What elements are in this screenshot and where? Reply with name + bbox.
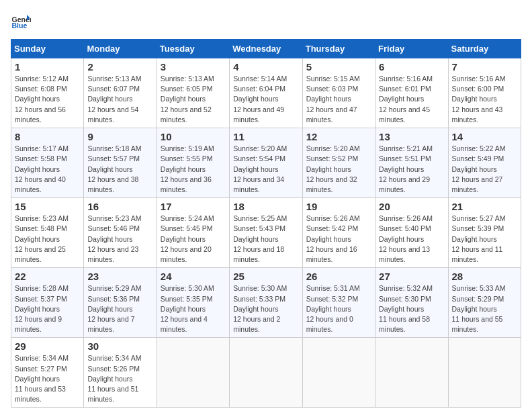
day-number: 11 xyxy=(233,131,298,142)
calendar-day-cell: 27Sunrise: 5:32 AMSunset: 5:30 PMDayligh… xyxy=(375,268,448,338)
calendar-week-row: 1Sunrise: 5:12 AMSunset: 6:08 PMDaylight… xyxy=(11,58,521,128)
day-info: Sunrise: 5:30 AMSunset: 5:33 PMDaylight … xyxy=(233,283,298,334)
calendar-day-cell: 24Sunrise: 5:30 AMSunset: 5:35 PMDayligh… xyxy=(157,268,229,338)
weekday-header: Wednesday xyxy=(230,40,302,58)
calendar-day-cell: 21Sunrise: 5:27 AMSunset: 5:39 PMDayligh… xyxy=(448,198,521,268)
calendar-day-cell: 30Sunrise: 5:34 AMSunset: 5:26 PMDayligh… xyxy=(84,338,157,408)
day-number: 19 xyxy=(306,201,371,212)
day-info: Sunrise: 5:23 AMSunset: 5:46 PMDaylight … xyxy=(87,214,152,265)
day-info: Sunrise: 5:27 AMSunset: 5:39 PMDaylight … xyxy=(452,214,517,265)
calendar-day-cell: 22Sunrise: 5:28 AMSunset: 5:37 PMDayligh… xyxy=(11,268,84,338)
day-number: 8 xyxy=(15,131,80,142)
calendar-day-cell: 13Sunrise: 5:21 AMSunset: 5:51 PMDayligh… xyxy=(375,128,448,198)
calendar-day-cell: 14Sunrise: 5:22 AMSunset: 5:49 PMDayligh… xyxy=(448,128,521,198)
day-info: Sunrise: 5:28 AMSunset: 5:37 PMDaylight … xyxy=(15,283,80,334)
day-number: 20 xyxy=(379,201,444,212)
weekday-header: Friday xyxy=(375,40,448,58)
day-number: 9 xyxy=(87,131,152,142)
calendar-day-cell: 4Sunrise: 5:14 AMSunset: 6:04 PMDaylight… xyxy=(230,58,302,128)
calendar-day-cell xyxy=(375,338,448,408)
day-info: Sunrise: 5:29 AMSunset: 5:36 PMDaylight … xyxy=(87,283,152,334)
day-number: 6 xyxy=(379,61,444,73)
day-number: 23 xyxy=(87,271,152,282)
day-number: 3 xyxy=(161,61,226,73)
day-number: 1 xyxy=(15,61,80,73)
calendar-day-cell: 18Sunrise: 5:25 AMSunset: 5:43 PMDayligh… xyxy=(230,198,302,268)
day-number: 28 xyxy=(452,271,517,282)
day-info: Sunrise: 5:16 AMSunset: 6:00 PMDaylight … xyxy=(452,74,517,125)
calendar-day-cell: 2Sunrise: 5:13 AMSunset: 6:07 PMDaylight… xyxy=(84,58,157,128)
day-info: Sunrise: 5:26 AMSunset: 5:42 PMDaylight … xyxy=(306,214,371,265)
day-number: 14 xyxy=(452,131,517,142)
calendar-day-cell: 25Sunrise: 5:30 AMSunset: 5:33 PMDayligh… xyxy=(230,268,302,338)
calendar-day-cell: 11Sunrise: 5:20 AMSunset: 5:54 PMDayligh… xyxy=(230,128,302,198)
calendar-day-cell: 20Sunrise: 5:26 AMSunset: 5:40 PMDayligh… xyxy=(375,198,448,268)
weekday-header: Monday xyxy=(84,40,157,58)
calendar-day-cell xyxy=(448,338,521,408)
day-number: 25 xyxy=(233,271,298,282)
day-info: Sunrise: 5:13 AMSunset: 6:05 PMDaylight … xyxy=(161,74,226,125)
day-info: Sunrise: 5:30 AMSunset: 5:35 PMDaylight … xyxy=(161,283,226,334)
calendar-day-cell: 1Sunrise: 5:12 AMSunset: 6:08 PMDaylight… xyxy=(11,58,84,128)
day-info: Sunrise: 5:13 AMSunset: 6:07 PMDaylight … xyxy=(87,74,152,125)
calendar-day-cell: 15Sunrise: 5:23 AMSunset: 5:48 PMDayligh… xyxy=(11,198,84,268)
calendar-day-cell: 9Sunrise: 5:18 AMSunset: 5:57 PMDaylight… xyxy=(84,128,157,198)
day-info: Sunrise: 5:31 AMSunset: 5:32 PMDaylight … xyxy=(306,283,371,334)
calendar-day-cell: 10Sunrise: 5:19 AMSunset: 5:55 PMDayligh… xyxy=(157,128,229,198)
weekday-header-row: SundayMondayTuesdayWednesdayThursdayFrid… xyxy=(11,40,521,58)
weekday-header: Sunday xyxy=(11,40,84,58)
calendar-table: SundayMondayTuesdayWednesdayThursdayFrid… xyxy=(11,39,521,408)
calendar-day-cell: 7Sunrise: 5:16 AMSunset: 6:00 PMDaylight… xyxy=(448,58,521,128)
calendar-week-row: 22Sunrise: 5:28 AMSunset: 5:37 PMDayligh… xyxy=(11,268,521,338)
day-info: Sunrise: 5:23 AMSunset: 5:48 PMDaylight … xyxy=(15,214,80,265)
day-info: Sunrise: 5:26 AMSunset: 5:40 PMDaylight … xyxy=(379,214,444,265)
calendar-day-cell: 17Sunrise: 5:24 AMSunset: 5:45 PMDayligh… xyxy=(157,198,229,268)
day-info: Sunrise: 5:34 AMSunset: 5:26 PMDaylight … xyxy=(87,353,152,404)
calendar-day-cell xyxy=(302,338,375,408)
day-number: 10 xyxy=(161,131,226,142)
day-number: 18 xyxy=(233,201,298,212)
day-number: 13 xyxy=(379,131,444,142)
day-info: Sunrise: 5:20 AMSunset: 5:54 PMDaylight … xyxy=(233,144,298,195)
day-number: 30 xyxy=(87,340,152,352)
day-number: 21 xyxy=(452,201,517,212)
calendar-day-cell: 12Sunrise: 5:20 AMSunset: 5:52 PMDayligh… xyxy=(302,128,375,198)
svg-text:Blue: Blue xyxy=(12,21,28,30)
page-header: General Blue xyxy=(11,11,521,31)
day-number: 5 xyxy=(306,61,371,73)
day-info: Sunrise: 5:18 AMSunset: 5:57 PMDaylight … xyxy=(87,144,152,195)
day-info: Sunrise: 5:33 AMSunset: 5:29 PMDaylight … xyxy=(452,283,517,334)
weekday-header: Thursday xyxy=(302,40,375,58)
calendar-day-cell: 23Sunrise: 5:29 AMSunset: 5:36 PMDayligh… xyxy=(84,268,157,338)
calendar-week-row: 29Sunrise: 5:34 AMSunset: 5:27 PMDayligh… xyxy=(11,338,521,408)
calendar-day-cell: 3Sunrise: 5:13 AMSunset: 6:05 PMDaylight… xyxy=(157,58,229,128)
calendar-week-row: 8Sunrise: 5:17 AMSunset: 5:58 PMDaylight… xyxy=(11,128,521,198)
day-info: Sunrise: 5:24 AMSunset: 5:45 PMDaylight … xyxy=(161,214,226,265)
day-number: 26 xyxy=(306,271,371,282)
calendar-day-cell xyxy=(230,338,302,408)
calendar-day-cell: 16Sunrise: 5:23 AMSunset: 5:46 PMDayligh… xyxy=(84,198,157,268)
day-info: Sunrise: 5:14 AMSunset: 6:04 PMDaylight … xyxy=(233,74,298,125)
day-number: 24 xyxy=(161,271,226,282)
day-number: 22 xyxy=(15,271,80,282)
day-info: Sunrise: 5:16 AMSunset: 6:01 PMDaylight … xyxy=(379,74,444,125)
day-info: Sunrise: 5:12 AMSunset: 6:08 PMDaylight … xyxy=(15,74,80,125)
day-info: Sunrise: 5:22 AMSunset: 5:49 PMDaylight … xyxy=(452,144,517,195)
logo: General Blue xyxy=(11,11,31,31)
day-number: 7 xyxy=(452,61,517,73)
day-info: Sunrise: 5:19 AMSunset: 5:55 PMDaylight … xyxy=(161,144,226,195)
day-number: 29 xyxy=(15,340,80,352)
calendar-week-row: 15Sunrise: 5:23 AMSunset: 5:48 PMDayligh… xyxy=(11,198,521,268)
day-info: Sunrise: 5:15 AMSunset: 6:03 PMDaylight … xyxy=(306,74,371,125)
calendar-day-cell: 19Sunrise: 5:26 AMSunset: 5:42 PMDayligh… xyxy=(302,198,375,268)
day-info: Sunrise: 5:32 AMSunset: 5:30 PMDaylight … xyxy=(379,283,444,334)
calendar-day-cell: 6Sunrise: 5:16 AMSunset: 6:01 PMDaylight… xyxy=(375,58,448,128)
day-info: Sunrise: 5:17 AMSunset: 5:58 PMDaylight … xyxy=(15,144,80,195)
calendar-day-cell xyxy=(157,338,229,408)
calendar-day-cell: 8Sunrise: 5:17 AMSunset: 5:58 PMDaylight… xyxy=(11,128,84,198)
day-number: 17 xyxy=(161,201,226,212)
day-info: Sunrise: 5:25 AMSunset: 5:43 PMDaylight … xyxy=(233,214,298,265)
day-number: 27 xyxy=(379,271,444,282)
day-number: 2 xyxy=(87,61,152,73)
day-number: 16 xyxy=(87,201,152,212)
